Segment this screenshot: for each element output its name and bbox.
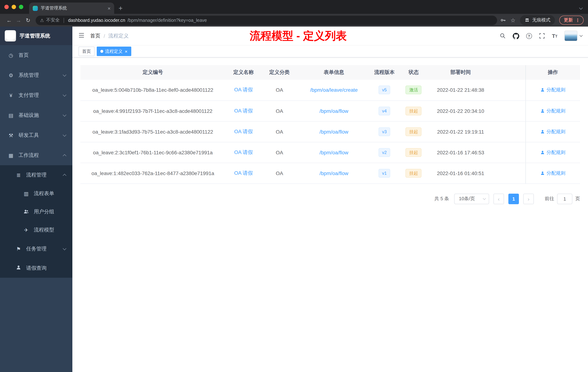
- page-number-button[interactable]: 1: [508, 194, 519, 204]
- menu-label: 研发工具: [19, 132, 63, 139]
- browser-tab[interactable]: 芋道管理系统 ×: [29, 2, 114, 14]
- browser-window: 芋道管理系统 × + ← → ↻ ⚠ 不安全 dashboard.yudao.i…: [0, 0, 588, 372]
- menu-label: 系统管理: [19, 72, 63, 78]
- breadcrumb: 首页 / 流程定义: [90, 33, 129, 39]
- goto-page-input[interactable]: [557, 194, 572, 204]
- chevron-down-icon: [63, 113, 66, 117]
- person-icon: [540, 88, 545, 92]
- assign-rule-link[interactable]: 分配规则: [540, 149, 566, 156]
- sidebar-item-infrastructure[interactable]: ▤ 基础设施: [0, 105, 72, 125]
- assign-rule-link[interactable]: 分配规则: [540, 128, 566, 135]
- tag-home[interactable]: 首页: [79, 47, 94, 56]
- reload-button[interactable]: ↻: [23, 17, 33, 23]
- definition-name-link[interactable]: OA 请假: [234, 87, 253, 93]
- page-content: 定义编号 定义名称 定义分类 表单信息 流程版本 状态 部署时间 操作: [72, 57, 588, 372]
- dashboard-icon: ◷: [7, 52, 15, 58]
- user-avatar-wrap[interactable]: [564, 31, 582, 41]
- person-icon: [15, 265, 22, 271]
- table-row: oa_leave:5:004b710b-7b8a-11ec-8ef0-acde4…: [80, 80, 580, 100]
- form-info-link[interactable]: /bpm/oa/flow: [319, 149, 348, 155]
- tag-label: 首页: [82, 48, 91, 55]
- sidebar-item-dev-tools[interactable]: ⚒ 研发工具: [0, 125, 72, 145]
- window-zoom-button[interactable]: [19, 5, 23, 9]
- forward-button[interactable]: →: [14, 17, 23, 23]
- sidebar-item-payment-manage[interactable]: ¥ 支付管理: [0, 85, 72, 105]
- new-tab-button[interactable]: +: [118, 5, 123, 12]
- column-header-operation: 操作: [525, 65, 580, 80]
- chevron-down-icon: [63, 246, 66, 250]
- back-button[interactable]: ←: [4, 17, 14, 23]
- definition-id: oa_leave:3:1fad3d93-7b75-11ec-a3c8-acde4…: [80, 121, 225, 142]
- tag-close-icon[interactable]: ×: [125, 49, 127, 54]
- browser-toolbar: ← → ↻ ⚠ 不安全 dashboard.yudao.iocoder.cn/b…: [0, 14, 588, 27]
- sidebar-item-task-manage[interactable]: ⚑ 任务管理: [0, 239, 72, 258]
- sidebar-item-system-manage[interactable]: ⚙ 系统管理: [0, 65, 72, 85]
- menu-label: 支付管理: [19, 92, 63, 98]
- tab-strip: 芋道管理系统 × +: [0, 0, 588, 14]
- sidebar-item-home[interactable]: ◷ 首页: [0, 45, 72, 65]
- help-icon[interactable]: ?: [526, 33, 532, 39]
- definition-id: oa_leave:5:004b710b-7b8a-11ec-8ef0-acde4…: [80, 80, 225, 100]
- incognito-label: 无痕模式: [532, 17, 550, 23]
- definition-name-link[interactable]: OA 请假: [234, 128, 253, 134]
- table-header-row: 定义编号 定义名称 定义分类 表单信息 流程版本 状态 部署时间 操作: [80, 65, 580, 80]
- assign-rule-link[interactable]: 分配规则: [540, 87, 566, 93]
- paper-plane-icon: ✈: [22, 227, 30, 233]
- menu-label: 用户分组: [34, 208, 66, 215]
- sidebar-item-process-form[interactable]: ▥ 流程表单: [0, 185, 72, 203]
- browser-update-button[interactable]: 更新 ⋮: [559, 16, 584, 25]
- definition-name-link[interactable]: OA 请假: [234, 170, 253, 176]
- prev-page-button[interactable]: ‹: [494, 194, 504, 204]
- version-tag: v2: [378, 148, 390, 157]
- form-info-link[interactable]: /bpm/oa/leave/create: [310, 87, 358, 93]
- sidebar-item-process-manage[interactable]: ≣ 流程管理: [0, 165, 72, 185]
- pagination-total: 共 5 条: [434, 196, 449, 202]
- definition-id: oa_leave:2:3c1f0ef1-76b1-11ec-9c66-a2380…: [80, 142, 225, 163]
- annotation-title: 流程模型 - 定义列表: [250, 28, 346, 43]
- update-label: 更新: [564, 17, 573, 23]
- window-minimize-button[interactable]: [12, 5, 16, 9]
- sidebar-item-process-model[interactable]: ✈ 流程模型: [0, 221, 72, 239]
- sidebar-menu: ◷ 首页 ⚙ 系统管理 ¥ 支付管理 ▤ 基础设施: [0, 45, 72, 278]
- form-info-link[interactable]: /bpm/oa/flow: [319, 129, 348, 134]
- tags-view-bar: 首页 流程定义 ×: [72, 45, 588, 57]
- definition-name-link[interactable]: OA 请假: [234, 149, 253, 155]
- page-size-select[interactable]: 10条/页: [454, 194, 489, 204]
- definition-id: oa_leave:4:991f2193-7b7f-11ec-a3c8-acde4…: [80, 100, 225, 121]
- breadcrumb-home[interactable]: 首页: [90, 33, 100, 39]
- form-info-link[interactable]: /bpm/oa/flow: [319, 108, 348, 114]
- bookmark-star-icon[interactable]: ☆: [511, 17, 515, 23]
- definition-category: OA: [262, 121, 297, 142]
- window-close-button[interactable]: [4, 5, 9, 9]
- chevron-down-icon: [483, 197, 486, 200]
- password-key-icon[interactable]: [500, 17, 506, 23]
- menu-label: 流程管理: [26, 172, 63, 178]
- assign-rule-link[interactable]: 分配规则: [540, 108, 566, 114]
- avatar[interactable]: [564, 31, 578, 41]
- tag-process-definition[interactable]: 流程定义 ×: [97, 47, 131, 56]
- fullscreen-icon[interactable]: [539, 33, 545, 39]
- deploy-time: 2022-01-22 19:19:11: [429, 121, 492, 142]
- sidebar-item-user-group[interactable]: 用户分组: [0, 203, 72, 221]
- url-host: dashboard.yudao.iocoder.cn: [68, 18, 125, 23]
- deploy-time: 2022-01-16 01:40:51: [429, 163, 492, 184]
- next-page-button[interactable]: ›: [523, 194, 534, 204]
- github-icon[interactable]: [513, 33, 519, 39]
- filler-cell: [492, 163, 525, 184]
- tab-search-icon[interactable]: [579, 6, 583, 10]
- sidebar-item-leave-query[interactable]: 请假查询: [0, 258, 72, 278]
- flag-icon: ⚑: [15, 246, 22, 252]
- sidebar-item-workflow[interactable]: ▦ 工作流程: [0, 145, 72, 165]
- definition-name-link[interactable]: OA 请假: [234, 108, 253, 113]
- navbar-actions: ? TT: [499, 31, 582, 41]
- yen-icon: ¥: [7, 92, 15, 98]
- workflow-submenu: ≣ 流程管理 ▥ 流程表单 用户分组 ✈ 流程模型: [0, 165, 72, 278]
- assign-rule-link[interactable]: 分配规则: [540, 170, 566, 176]
- address-bar[interactable]: ⚠ 不安全 dashboard.yudao.iocoder.cn/bpm/man…: [36, 15, 497, 25]
- window-controls: [0, 0, 29, 14]
- hamburger-icon[interactable]: [78, 32, 85, 40]
- font-size-icon[interactable]: TT: [552, 33, 557, 39]
- tab-close-icon[interactable]: ×: [108, 6, 111, 11]
- form-info-link[interactable]: /bpm/oa/flow: [319, 170, 348, 176]
- search-icon[interactable]: [499, 33, 506, 39]
